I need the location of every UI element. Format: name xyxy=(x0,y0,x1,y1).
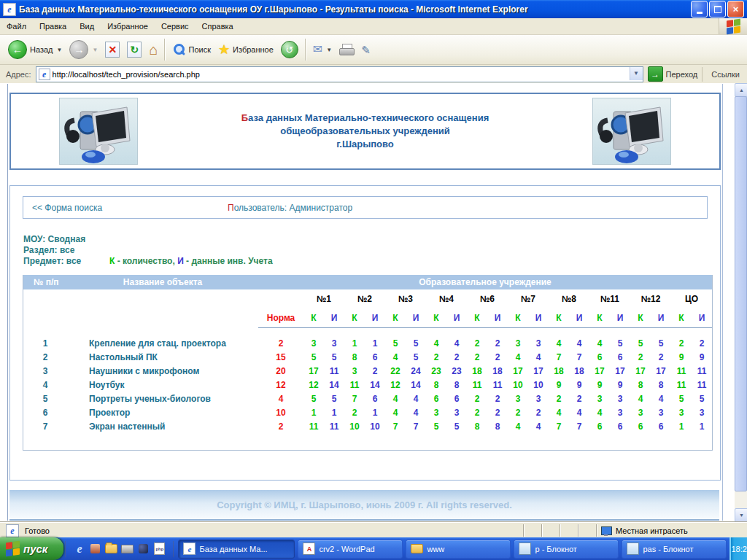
menu-item-0[interactable]: Файл xyxy=(0,20,33,33)
k-value: 22 xyxy=(385,365,406,378)
windows-flag-icon xyxy=(727,18,740,34)
folder-icon[interactable] xyxy=(105,542,117,555)
menu-item-2[interactable]: Вид xyxy=(73,20,101,33)
k-value: 6 xyxy=(630,420,651,434)
i-value: 18 xyxy=(487,365,508,378)
k-value: 18 xyxy=(549,365,569,378)
taskbar-task-3[interactable]: p - Блокнот xyxy=(514,540,619,559)
results-box: << Форма поиска Пользователь: Администра… xyxy=(9,185,721,481)
title-bar: e База данных Материально-технического о… xyxy=(0,0,747,18)
close-button[interactable]: × xyxy=(727,1,744,18)
k-value: 17 xyxy=(303,365,324,378)
go-button[interactable]: → Переход xyxy=(648,66,698,82)
back-button[interactable]: ← Назад ▼ xyxy=(4,38,66,61)
clock: 18:21 xyxy=(731,545,747,553)
print-button[interactable] xyxy=(336,42,357,58)
k-value: 4 xyxy=(508,351,528,365)
taskbar-task-0[interactable]: eБаза данных Ма... xyxy=(178,540,295,559)
go-label: Переход xyxy=(666,70,698,79)
restore-button[interactable] xyxy=(709,1,726,18)
object-name: Ноутбук xyxy=(67,378,258,392)
k-value: 4 xyxy=(385,406,406,420)
norm-label: Норма xyxy=(258,308,303,328)
start-button[interactable]: пуск xyxy=(0,537,63,560)
k-value: 12 xyxy=(303,378,324,392)
k-value: 1 xyxy=(671,420,692,434)
mail-button[interactable]: ✉ ▼ xyxy=(309,42,336,58)
k-value: 4 xyxy=(630,392,651,406)
taskbar-task-4[interactable]: pas - Блокнот xyxy=(622,540,727,559)
k-value: 3 xyxy=(303,337,324,351)
browser-viewport: База данных Материально-технического осн… xyxy=(0,83,747,522)
k-value: 9 xyxy=(589,378,610,392)
address-bar: Адрес: e http://localhost/tech_provision… xyxy=(0,65,747,85)
k-value: 2 xyxy=(426,351,446,365)
refresh-button[interactable]: ↻ xyxy=(123,39,145,60)
row-number: 3 xyxy=(23,365,67,378)
go-arrow-icon: → xyxy=(648,66,663,82)
minimize-button[interactable] xyxy=(691,1,708,18)
i-value: 2 xyxy=(487,406,508,420)
i-value: 10 xyxy=(528,378,549,392)
address-dropdown-icon[interactable]: ▼ xyxy=(630,67,643,80)
taskbar-task-2[interactable]: www xyxy=(406,540,511,559)
drive-icon[interactable] xyxy=(121,542,133,555)
search-button[interactable]: Поиск xyxy=(169,41,214,58)
ki-row: НормаКИКИКИКИКИКИКИКИКИКИ xyxy=(23,308,712,328)
forward-button[interactable]: → ▼ xyxy=(66,38,101,61)
i-value: 6 xyxy=(610,351,630,365)
designer-icon[interactable] xyxy=(137,542,150,555)
scroll-up-icon[interactable]: ▲ xyxy=(735,83,747,97)
i-value: 17 xyxy=(610,365,630,378)
stop-button[interactable]: ✕ xyxy=(101,39,123,60)
mail-dropdown-icon[interactable]: ▼ xyxy=(326,47,332,53)
ie-toolbar: ← Назад ▼ → ▼ ✕ ↻ ⌂ Поиск ★ Избранное ↺ … xyxy=(0,35,747,65)
k-value: 8 xyxy=(426,378,446,392)
favorites-button[interactable]: ★ Избранное xyxy=(214,41,277,58)
page-title-line1: аза данных Материально-технического осна… xyxy=(248,112,489,123)
i-value: 11 xyxy=(324,420,344,434)
app-icon[interactable] xyxy=(89,542,101,555)
i-value: 11 xyxy=(692,378,712,392)
taskbar: пуск ephp eБаза данных Ма...Acrv2 - Word… xyxy=(0,537,747,560)
menu-item-4[interactable]: Сервис xyxy=(155,20,196,33)
school-header-1: №2 xyxy=(344,289,385,308)
task-label: База данных Ма... xyxy=(199,545,267,553)
links-button[interactable]: Ссылки xyxy=(702,67,747,82)
home-button[interactable]: ⌂ xyxy=(145,40,161,59)
i-value: 18 xyxy=(569,365,589,378)
k-value: 17 xyxy=(589,365,610,378)
address-input[interactable]: e http://localhost/tech_provision/search… xyxy=(36,66,643,82)
k-value: 6 xyxy=(589,420,610,434)
ie-quicklaunch-icon[interactable]: e xyxy=(73,542,85,555)
address-label: Адрес: xyxy=(6,70,31,79)
mou-line: МОУ: Сводная xyxy=(23,234,85,245)
k-value: 3 xyxy=(630,406,651,420)
i-value: 5 xyxy=(692,392,712,406)
table-row: 3 Наушники с микрофоном 2017113222242323… xyxy=(23,365,712,378)
k-value: 1 xyxy=(344,337,365,351)
search-form-link[interactable]: << Форма поиска xyxy=(32,203,102,213)
k-value: 10 xyxy=(344,420,365,434)
scrollbar-thumb[interactable] xyxy=(735,96,747,491)
back-dropdown-icon[interactable]: ▼ xyxy=(57,47,63,53)
menu-item-3[interactable]: Избранное xyxy=(101,20,155,33)
status-page-icon: e xyxy=(6,524,19,537)
i-value: 6 xyxy=(365,351,385,365)
k-value: 10 xyxy=(508,378,528,392)
scroll-down-icon[interactable]: ▼ xyxy=(735,508,747,522)
norm-value: 12 xyxy=(258,378,303,392)
history-button[interactable]: ↺ xyxy=(277,39,302,61)
start-label: пуск xyxy=(23,542,47,555)
i-value: 3 xyxy=(446,406,467,420)
legend-i: И xyxy=(177,256,184,266)
edit-button[interactable]: ✎ xyxy=(357,42,374,58)
vertical-scrollbar[interactable]: ▲ ▼ xyxy=(735,83,747,522)
k-value: 8 xyxy=(467,420,487,434)
forward-dropdown-icon: ▼ xyxy=(92,47,98,53)
php-icon[interactable]: php xyxy=(153,542,166,555)
menu-item-5[interactable]: Справка xyxy=(196,20,240,33)
col-ou-header: Образовательное учреждение xyxy=(258,275,712,289)
menu-item-1[interactable]: Правка xyxy=(33,20,73,33)
taskbar-task-1[interactable]: Acrv2 - WordPad xyxy=(298,540,403,559)
